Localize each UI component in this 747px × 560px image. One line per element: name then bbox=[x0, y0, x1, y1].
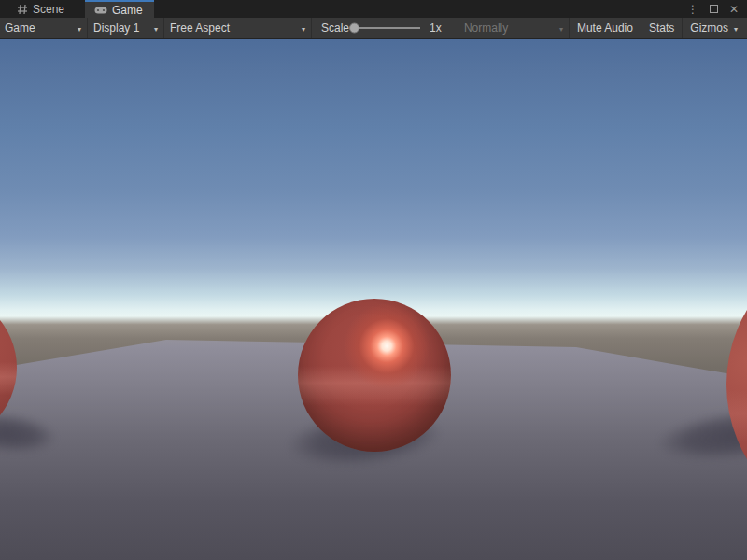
scale-slider-track[interactable] bbox=[351, 27, 420, 29]
chevron-down-icon: ▾ bbox=[734, 25, 738, 34]
scene-grid-icon bbox=[17, 4, 28, 15]
game-view-toolbar: Game ▾ Display 1 ▾ Free Aspect ▾ Scale 1… bbox=[0, 18, 747, 39]
play-mode-label: Normally bbox=[464, 21, 508, 35]
aspect-ratio-dropdown[interactable]: Free Aspect ▾ bbox=[164, 18, 311, 38]
close-icon[interactable]: ✕ bbox=[726, 2, 741, 17]
chevron-down-icon: ▾ bbox=[154, 25, 158, 34]
display-dropdown[interactable]: Display 1 ▾ bbox=[88, 18, 163, 38]
mute-audio-label: Mute Audio bbox=[577, 21, 633, 35]
window-controls: ⋮ ✕ bbox=[685, 0, 747, 18]
mute-audio-button[interactable]: Mute Audio bbox=[570, 18, 641, 38]
scale-value: 1x bbox=[430, 21, 442, 35]
display-label: Display 1 bbox=[93, 21, 139, 35]
chevron-down-icon: ▾ bbox=[302, 25, 305, 34]
chevron-down-icon: ▾ bbox=[78, 25, 81, 34]
stats-button[interactable]: Stats bbox=[641, 18, 682, 38]
tab-game[interactable]: Game bbox=[85, 0, 154, 18]
aspect-ratio-label: Free Aspect bbox=[170, 21, 230, 35]
tab-bar: Scene Game ⋮ ✕ bbox=[0, 0, 747, 18]
kebab-menu-icon[interactable]: ⋮ bbox=[685, 2, 700, 17]
scale-slider-knob[interactable] bbox=[349, 23, 359, 34]
play-mode-behavior-dropdown[interactable]: Normally ▾ bbox=[458, 18, 569, 38]
tab-scene[interactable]: Scene bbox=[7, 0, 76, 18]
game-target-label: Game bbox=[5, 21, 35, 35]
unity-game-view-window: Scene Game ⋮ ✕ Game ▾ Display 1 bbox=[0, 0, 747, 560]
game-viewport[interactable] bbox=[0, 39, 747, 560]
tab-scene-label: Scene bbox=[33, 3, 64, 16]
chevron-down-icon: ▾ bbox=[559, 25, 563, 34]
maximize-icon[interactable] bbox=[706, 2, 721, 17]
gamepad-icon bbox=[94, 6, 107, 15]
toolbar-right-group: Normally ▾ Mute Audio Stats Gizmos ▾ bbox=[458, 18, 747, 38]
stats-label: Stats bbox=[649, 21, 674, 35]
maximize-square bbox=[710, 5, 718, 13]
game-target-dropdown[interactable]: Game ▾ bbox=[0, 18, 87, 38]
gizmos-dropdown[interactable]: Gizmos ▾ bbox=[683, 18, 747, 38]
red-sphere-center bbox=[298, 299, 451, 452]
gizmos-label: Gizmos bbox=[690, 21, 728, 35]
tabbar-spacer bbox=[154, 0, 685, 18]
scale-label: Scale bbox=[321, 21, 349, 35]
tab-game-label: Game bbox=[112, 4, 143, 17]
scale-control: Scale 1x bbox=[312, 21, 447, 35]
